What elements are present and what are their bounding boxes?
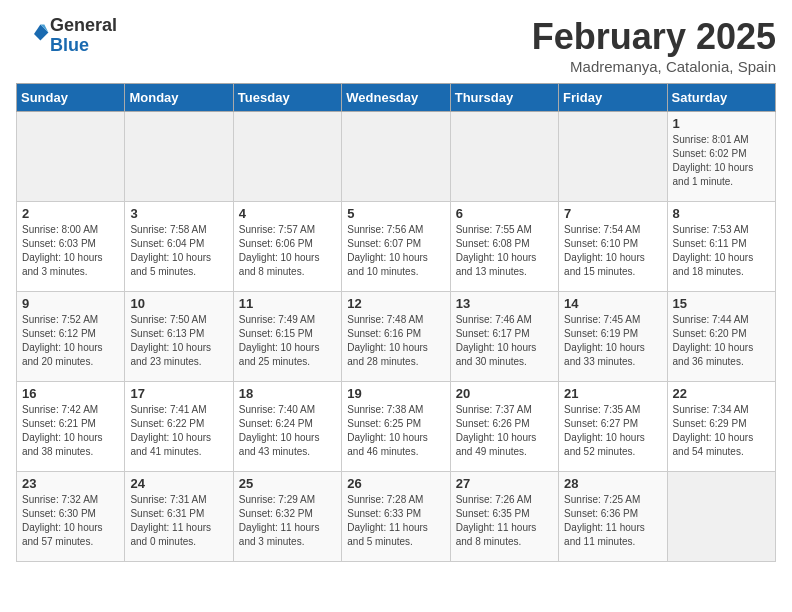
logo-text-general: General: [50, 16, 117, 36]
day-info: Sunrise: 7:38 AM Sunset: 6:25 PM Dayligh…: [347, 403, 444, 459]
calendar-cell: 6Sunrise: 7:55 AM Sunset: 6:08 PM Daylig…: [450, 202, 558, 292]
day-info: Sunrise: 7:57 AM Sunset: 6:06 PM Dayligh…: [239, 223, 336, 279]
day-number: 6: [456, 206, 553, 221]
calendar-cell: 26Sunrise: 7:28 AM Sunset: 6:33 PM Dayli…: [342, 472, 450, 562]
day-info: Sunrise: 8:00 AM Sunset: 6:03 PM Dayligh…: [22, 223, 119, 279]
day-info: Sunrise: 7:44 AM Sunset: 6:20 PM Dayligh…: [673, 313, 770, 369]
day-info: Sunrise: 7:50 AM Sunset: 6:13 PM Dayligh…: [130, 313, 227, 369]
calendar-week-row: 1Sunrise: 8:01 AM Sunset: 6:02 PM Daylig…: [17, 112, 776, 202]
calendar-cell: 2Sunrise: 8:00 AM Sunset: 6:03 PM Daylig…: [17, 202, 125, 292]
calendar-cell: 18Sunrise: 7:40 AM Sunset: 6:24 PM Dayli…: [233, 382, 341, 472]
calendar-cell: [233, 112, 341, 202]
calendar-cell: [559, 112, 667, 202]
day-number: 12: [347, 296, 444, 311]
day-number: 24: [130, 476, 227, 491]
day-number: 22: [673, 386, 770, 401]
day-number: 15: [673, 296, 770, 311]
day-info: Sunrise: 7:46 AM Sunset: 6:17 PM Dayligh…: [456, 313, 553, 369]
calendar-cell: 12Sunrise: 7:48 AM Sunset: 6:16 PM Dayli…: [342, 292, 450, 382]
day-info: Sunrise: 7:40 AM Sunset: 6:24 PM Dayligh…: [239, 403, 336, 459]
calendar-cell: [342, 112, 450, 202]
day-info: Sunrise: 7:55 AM Sunset: 6:08 PM Dayligh…: [456, 223, 553, 279]
calendar-cell: 27Sunrise: 7:26 AM Sunset: 6:35 PM Dayli…: [450, 472, 558, 562]
day-number: 14: [564, 296, 661, 311]
calendar-cell: 25Sunrise: 7:29 AM Sunset: 6:32 PM Dayli…: [233, 472, 341, 562]
day-number: 27: [456, 476, 553, 491]
day-info: Sunrise: 7:42 AM Sunset: 6:21 PM Dayligh…: [22, 403, 119, 459]
calendar-cell: [667, 472, 775, 562]
calendar-cell: [450, 112, 558, 202]
calendar-week-row: 16Sunrise: 7:42 AM Sunset: 6:21 PM Dayli…: [17, 382, 776, 472]
day-info: Sunrise: 7:29 AM Sunset: 6:32 PM Dayligh…: [239, 493, 336, 549]
day-info: Sunrise: 7:28 AM Sunset: 6:33 PM Dayligh…: [347, 493, 444, 549]
calendar-cell: 23Sunrise: 7:32 AM Sunset: 6:30 PM Dayli…: [17, 472, 125, 562]
calendar-cell: 11Sunrise: 7:49 AM Sunset: 6:15 PM Dayli…: [233, 292, 341, 382]
day-info: Sunrise: 7:49 AM Sunset: 6:15 PM Dayligh…: [239, 313, 336, 369]
calendar-week-row: 9Sunrise: 7:52 AM Sunset: 6:12 PM Daylig…: [17, 292, 776, 382]
day-number: 28: [564, 476, 661, 491]
header-day-thursday: Thursday: [450, 84, 558, 112]
day-number: 20: [456, 386, 553, 401]
logo-icon: [18, 18, 50, 50]
day-info: Sunrise: 7:41 AM Sunset: 6:22 PM Dayligh…: [130, 403, 227, 459]
day-info: Sunrise: 7:37 AM Sunset: 6:26 PM Dayligh…: [456, 403, 553, 459]
day-number: 23: [22, 476, 119, 491]
calendar-cell: 1Sunrise: 8:01 AM Sunset: 6:02 PM Daylig…: [667, 112, 775, 202]
day-number: 4: [239, 206, 336, 221]
calendar-cell: 16Sunrise: 7:42 AM Sunset: 6:21 PM Dayli…: [17, 382, 125, 472]
day-info: Sunrise: 7:48 AM Sunset: 6:16 PM Dayligh…: [347, 313, 444, 369]
calendar-cell: 14Sunrise: 7:45 AM Sunset: 6:19 PM Dayli…: [559, 292, 667, 382]
day-number: 21: [564, 386, 661, 401]
day-info: Sunrise: 7:45 AM Sunset: 6:19 PM Dayligh…: [564, 313, 661, 369]
day-info: Sunrise: 7:26 AM Sunset: 6:35 PM Dayligh…: [456, 493, 553, 549]
location-subtitle: Madremanya, Catalonia, Spain: [532, 58, 776, 75]
logo-text-blue: Blue: [50, 36, 117, 56]
header-day-saturday: Saturday: [667, 84, 775, 112]
calendar-cell: 4Sunrise: 7:57 AM Sunset: 6:06 PM Daylig…: [233, 202, 341, 292]
day-number: 13: [456, 296, 553, 311]
calendar-cell: 28Sunrise: 7:25 AM Sunset: 6:36 PM Dayli…: [559, 472, 667, 562]
calendar-cell: 17Sunrise: 7:41 AM Sunset: 6:22 PM Dayli…: [125, 382, 233, 472]
day-info: Sunrise: 7:25 AM Sunset: 6:36 PM Dayligh…: [564, 493, 661, 549]
calendar-cell: 7Sunrise: 7:54 AM Sunset: 6:10 PM Daylig…: [559, 202, 667, 292]
day-info: Sunrise: 7:32 AM Sunset: 6:30 PM Dayligh…: [22, 493, 119, 549]
day-number: 10: [130, 296, 227, 311]
calendar-cell: 15Sunrise: 7:44 AM Sunset: 6:20 PM Dayli…: [667, 292, 775, 382]
calendar-cell: 20Sunrise: 7:37 AM Sunset: 6:26 PM Dayli…: [450, 382, 558, 472]
calendar-header-row: SundayMondayTuesdayWednesdayThursdayFrid…: [17, 84, 776, 112]
calendar-table: SundayMondayTuesdayWednesdayThursdayFrid…: [16, 83, 776, 562]
day-number: 1: [673, 116, 770, 131]
day-info: Sunrise: 7:58 AM Sunset: 6:04 PM Dayligh…: [130, 223, 227, 279]
day-number: 26: [347, 476, 444, 491]
day-number: 2: [22, 206, 119, 221]
day-info: Sunrise: 7:52 AM Sunset: 6:12 PM Dayligh…: [22, 313, 119, 369]
day-number: 7: [564, 206, 661, 221]
calendar-cell: 8Sunrise: 7:53 AM Sunset: 6:11 PM Daylig…: [667, 202, 775, 292]
calendar-cell: 13Sunrise: 7:46 AM Sunset: 6:17 PM Dayli…: [450, 292, 558, 382]
day-number: 16: [22, 386, 119, 401]
calendar-week-row: 2Sunrise: 8:00 AM Sunset: 6:03 PM Daylig…: [17, 202, 776, 292]
day-info: Sunrise: 7:53 AM Sunset: 6:11 PM Dayligh…: [673, 223, 770, 279]
day-info: Sunrise: 7:35 AM Sunset: 6:27 PM Dayligh…: [564, 403, 661, 459]
calendar-cell: [17, 112, 125, 202]
day-info: Sunrise: 7:56 AM Sunset: 6:07 PM Dayligh…: [347, 223, 444, 279]
calendar-cell: 10Sunrise: 7:50 AM Sunset: 6:13 PM Dayli…: [125, 292, 233, 382]
calendar-cell: 9Sunrise: 7:52 AM Sunset: 6:12 PM Daylig…: [17, 292, 125, 382]
day-number: 8: [673, 206, 770, 221]
day-info: Sunrise: 8:01 AM Sunset: 6:02 PM Dayligh…: [673, 133, 770, 189]
day-number: 19: [347, 386, 444, 401]
month-title: February 2025: [532, 16, 776, 58]
header-day-tuesday: Tuesday: [233, 84, 341, 112]
calendar-cell: 22Sunrise: 7:34 AM Sunset: 6:29 PM Dayli…: [667, 382, 775, 472]
day-number: 18: [239, 386, 336, 401]
day-number: 5: [347, 206, 444, 221]
calendar-cell: 3Sunrise: 7:58 AM Sunset: 6:04 PM Daylig…: [125, 202, 233, 292]
day-number: 25: [239, 476, 336, 491]
day-number: 11: [239, 296, 336, 311]
header-day-friday: Friday: [559, 84, 667, 112]
day-info: Sunrise: 7:31 AM Sunset: 6:31 PM Dayligh…: [130, 493, 227, 549]
calendar-cell: 5Sunrise: 7:56 AM Sunset: 6:07 PM Daylig…: [342, 202, 450, 292]
day-number: 9: [22, 296, 119, 311]
day-info: Sunrise: 7:54 AM Sunset: 6:10 PM Dayligh…: [564, 223, 661, 279]
day-number: 17: [130, 386, 227, 401]
